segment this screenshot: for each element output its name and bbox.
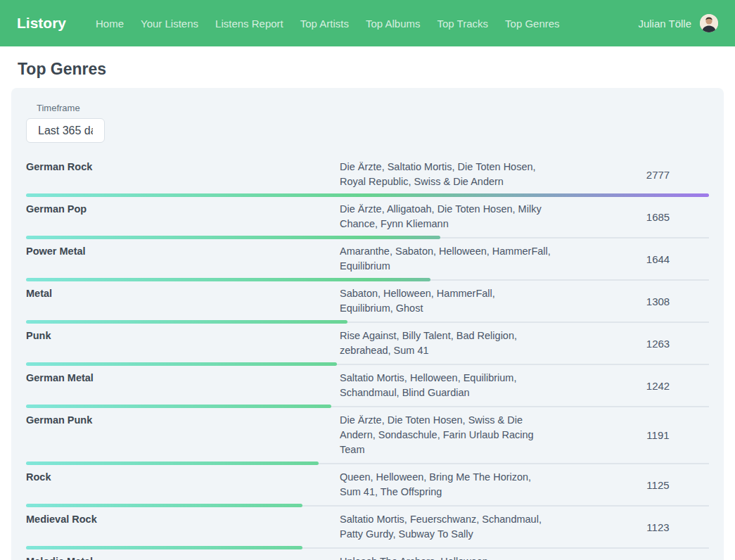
genre-name: German Punk: [26, 413, 340, 428]
genre-row-content: Power Metal Amaranthe, Sabaton, Hellowee…: [26, 244, 709, 274]
user-avatar[interactable]: [700, 14, 718, 32]
nav-link-your-listens[interactable]: Your Listens: [141, 18, 198, 30]
genre-name: German Rock: [26, 160, 340, 174]
genre-listen-count: 1263: [551, 338, 709, 350]
timeframe-label: Timeframe: [37, 103, 709, 113]
genre-row-content: Rock Queen, Helloween, Bring Me The Hori…: [26, 470, 709, 499]
navbar: Listory HomeYour ListensListens ReportTo…: [0, 0, 735, 46]
genre-name: Rock: [26, 470, 340, 485]
genre-top-artists: Saltatio Mortis, Helloween, Equilibrium,…: [340, 371, 551, 400]
genre-row-content: Punk Rise Against, Billy Talent, Bad Rel…: [26, 329, 709, 358]
genre-name: Melodic Metal: [26, 554, 340, 560]
timeframe-select[interactable]: Last 365 days: [26, 118, 105, 143]
genre-row: Power Metal Amaranthe, Sabaton, Hellowee…: [26, 239, 709, 281]
genre-top-artists: Die Ärzte, Alligatoah, Die Toten Hosen, …: [340, 202, 551, 231]
genre-row-content: Melodic Metal Unleash The Archers, Hello…: [26, 554, 709, 560]
nav-link-home[interactable]: Home: [96, 18, 124, 30]
genre-listen-count: 1685: [551, 211, 709, 223]
genre-row: Rock Queen, Helloween, Bring Me The Hori…: [26, 465, 709, 507]
genre-row-content: German Metal Saltatio Mortis, Helloween,…: [26, 371, 709, 400]
genre-row: Medieval Rock Saltatio Mortis, Feuerschw…: [26, 507, 709, 549]
genre-row: Metal Sabaton, Helloween, HammerFall, Eq…: [26, 281, 709, 324]
genre-bar: [26, 236, 440, 239]
nav-link-top-artists[interactable]: Top Artists: [300, 18, 349, 30]
genre-bar-track: [26, 320, 709, 324]
genre-listen-count: 1123: [551, 521, 709, 533]
navbar-user-area: Julian Tölle: [638, 14, 718, 32]
genre-bar-track: [26, 236, 709, 239]
genre-top-artists: Sabaton, Helloween, HammerFall, Equilibr…: [340, 286, 551, 316]
genre-listen-count: 1644: [551, 253, 709, 265]
genre-bar-track: [26, 362, 709, 366]
genre-row-content: German Rock Die Ärzte, Saltatio Mortis, …: [26, 160, 709, 189]
genre-listen-count: 2777: [551, 169, 709, 181]
genre-listen-count: 1242: [551, 380, 709, 392]
genre-top-artists: Die Ärzte, Die Toten Hosen, Swiss & Die …: [340, 413, 551, 457]
genre-row-content: German Pop Die Ärzte, Alligatoah, Die To…: [26, 202, 709, 231]
user-name[interactable]: Julian Tölle: [638, 18, 691, 30]
genre-bar: [26, 362, 337, 366]
genre-bar-track: [26, 546, 709, 549]
genre-listen-count: 1308: [551, 295, 709, 307]
main-content: Top Genres Timeframe Last 365 days Germa…: [0, 60, 735, 560]
genre-top-artists: Rise Against, Billy Talent, Bad Religion…: [340, 329, 551, 358]
genre-name: German Pop: [26, 202, 340, 217]
nav-link-top-tracks[interactable]: Top Tracks: [437, 18, 489, 30]
genre-bar-track: [26, 504, 709, 507]
genre-bar-track: [26, 405, 709, 408]
genre-top-artists: Die Ärzte, Saltatio Mortis, Die Toten Ho…: [340, 160, 551, 189]
page-title: Top Genres: [18, 60, 724, 79]
genre-top-artists: Saltatio Mortis, Feuerschwanz, Schandmau…: [340, 512, 551, 542]
genre-row-content: Medieval Rock Saltatio Mortis, Feuerschw…: [26, 512, 709, 542]
genre-top-artists: Unleash The Archers, Helloween, HammerFa…: [340, 554, 551, 560]
genre-row: German Pop Die Ärzte, Alligatoah, Die To…: [26, 197, 709, 239]
genre-bar: [26, 504, 302, 507]
genre-bar: [26, 320, 347, 324]
genre-name: Punk: [26, 329, 340, 343]
nav-link-listens-report[interactable]: Listens Report: [215, 18, 283, 30]
genre-row-content: German Punk Die Ärzte, Die Toten Hosen, …: [26, 413, 709, 457]
genre-top-artists: Queen, Helloween, Bring Me The Horizon, …: [340, 470, 551, 499]
genre-listen-count: 1191: [551, 429, 709, 441]
avatar-photo-placeholder: [700, 14, 718, 32]
genre-list: German Rock Die Ärzte, Saltatio Mortis, …: [26, 155, 709, 560]
genre-name: Medieval Rock: [26, 512, 340, 527]
genre-name: Metal: [26, 286, 340, 301]
genre-row: Melodic Metal Unleash The Archers, Hello…: [26, 549, 709, 560]
nav-links: HomeYour ListensListens ReportTop Artist…: [87, 18, 568, 30]
genre-row: German Metal Saltatio Mortis, Helloween,…: [26, 366, 709, 408]
genre-row: German Punk Die Ärzte, Die Toten Hosen, …: [26, 408, 709, 465]
genre-bar-track: [26, 278, 709, 281]
genre-bar-track: [26, 462, 709, 465]
genre-bar: [26, 193, 709, 197]
genre-row: Punk Rise Against, Billy Talent, Bad Rel…: [26, 324, 709, 366]
genre-row-content: Metal Sabaton, Helloween, HammerFall, Eq…: [26, 286, 709, 316]
top-genres-card: Timeframe Last 365 days German Rock Die …: [11, 88, 724, 560]
genre-name: Power Metal: [26, 244, 340, 259]
nav-link-top-albums[interactable]: Top Albums: [366, 18, 421, 30]
timeframe-filter: Timeframe Last 365 days: [26, 103, 709, 143]
genre-bar: [26, 462, 319, 465]
genre-bar: [26, 405, 331, 408]
genre-listen-count: 1125: [551, 479, 709, 491]
genre-row: German Rock Die Ärzte, Saltatio Mortis, …: [26, 155, 709, 197]
brand-logo[interactable]: Listory: [17, 15, 66, 32]
genre-bar: [26, 546, 302, 549]
nav-link-top-genres[interactable]: Top Genres: [505, 18, 560, 30]
genre-bar-track: [26, 193, 709, 197]
genre-bar: [26, 278, 430, 281]
genre-name: German Metal: [26, 371, 340, 386]
genre-top-artists: Amaranthe, Sabaton, Helloween, HammerFal…: [340, 244, 551, 274]
